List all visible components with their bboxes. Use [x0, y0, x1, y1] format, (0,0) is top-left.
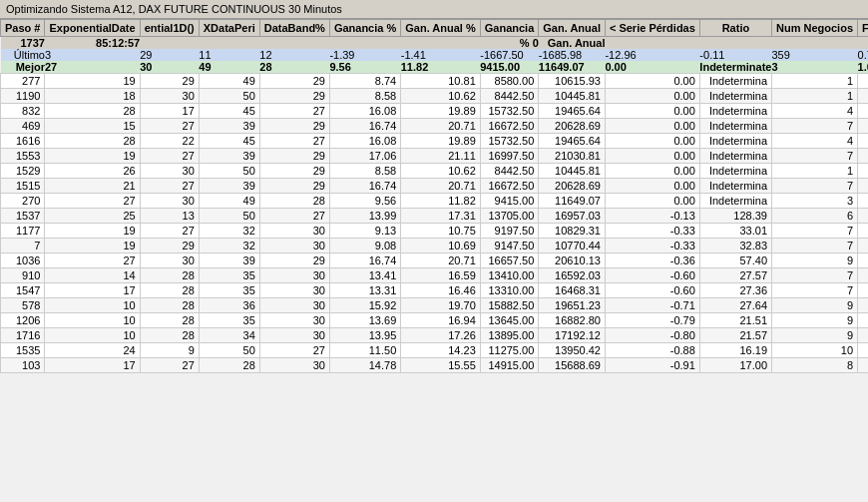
- cell-r12-c2: 30: [140, 253, 199, 268]
- subheader-ganancia: % 0: [480, 37, 539, 50]
- cell-r13-c3: 35: [199, 268, 259, 283]
- cell-r9-c5: 13.99: [329, 209, 400, 224]
- mejor-col5: 28: [259, 61, 329, 74]
- col-fiabilidad: Fiabilidad: [858, 20, 868, 37]
- cell-r8-c6: 11.82: [401, 194, 481, 209]
- cell-r1-c6: 10.62: [401, 89, 481, 104]
- cell-r5-c5: 17.06: [329, 149, 400, 164]
- cell-r17-c5: 13.95: [329, 328, 400, 343]
- cell-r1-c3: 50: [199, 89, 259, 104]
- table-row: 8322817452716.0819.8915732.5019465.640.0…: [1, 104, 869, 119]
- cell-r1-c12: 1.00: [858, 89, 868, 104]
- col-ganancia: Ganancia: [480, 20, 539, 37]
- col-databand: DataBand%: [259, 20, 329, 37]
- cell-r19-c10: 17.00: [699, 358, 771, 373]
- table-row: 1177192732309.1310.759197.5010829.31-0.3…: [1, 224, 869, 239]
- cell-r19-c0: 103: [1, 358, 45, 373]
- cell-r4-c8: 19465.64: [539, 134, 606, 149]
- cell-r6-c1: 26: [45, 164, 140, 179]
- cell-r11-c8: 10770.44: [539, 239, 606, 253]
- mejor-col7: 11.82: [401, 61, 481, 74]
- cell-r19-c3: 28: [199, 358, 259, 373]
- cell-r2-c7: 15732.50: [480, 104, 539, 119]
- cell-r1-c10: Indetermina: [699, 89, 771, 104]
- cell-r16-c9: -0.79: [605, 313, 699, 328]
- mejor-col8: 9415.00: [480, 61, 539, 74]
- cell-r12-c0: 1036: [1, 253, 45, 268]
- cell-r7-c11: 7: [772, 179, 858, 194]
- cell-r6-c11: 1: [772, 164, 858, 179]
- cell-r11-c11: 7: [772, 239, 858, 253]
- cell-r11-c4: 30: [259, 239, 329, 253]
- cell-r15-c7: 15882.50: [480, 298, 539, 313]
- cell-r8-c9: 0.00: [605, 194, 699, 209]
- col-ential1d: ential1D(): [140, 20, 199, 37]
- cell-r5-c2: 27: [140, 149, 199, 164]
- cell-r2-c4: 27: [259, 104, 329, 119]
- cell-r7-c10: Indetermina: [699, 179, 771, 194]
- ultimo-col13: 0.76: [858, 49, 868, 61]
- cell-r13-c8: 16592.03: [539, 268, 606, 283]
- cell-r2-c11: 4: [772, 104, 858, 119]
- ultimo-col2: 3: [45, 49, 140, 61]
- mejor-col4: 49: [199, 61, 259, 74]
- cell-r11-c3: 32: [199, 239, 259, 253]
- ultimo-col9: -1685.98: [539, 49, 606, 61]
- cell-r7-c0: 1515: [1, 179, 45, 194]
- cell-r5-c7: 16997.50: [480, 149, 539, 164]
- cell-r15-c12: 0.89: [858, 298, 868, 313]
- col-paso: Paso #: [1, 20, 45, 37]
- cell-r19-c7: 14915.00: [480, 358, 539, 373]
- cell-r4-c12: 1.00: [858, 134, 868, 149]
- table-container[interactable]: Paso # ExponentialDate ential1D() XDataP…: [0, 19, 868, 499]
- cell-r14-c4: 30: [259, 283, 329, 298]
- cell-r5-c9: 0.00: [605, 149, 699, 164]
- mejor-col10: 0.00: [605, 61, 699, 74]
- cell-r18-c10: 16.19: [699, 343, 771, 358]
- cell-r5-c10: Indetermina: [699, 149, 771, 164]
- cell-r13-c0: 910: [1, 268, 45, 283]
- cell-r9-c10: 128.39: [699, 209, 771, 224]
- cell-r3-c2: 27: [140, 119, 199, 134]
- cell-r3-c5: 16.74: [329, 119, 400, 134]
- cell-r0-c11: 1: [772, 74, 858, 89]
- cell-r1-c9: 0.00: [605, 89, 699, 104]
- cell-r13-c9: -0.60: [605, 268, 699, 283]
- cell-r1-c7: 8442.50: [480, 89, 539, 104]
- cell-r3-c3: 39: [199, 119, 259, 134]
- cell-r14-c0: 1547: [1, 283, 45, 298]
- cell-r11-c12: 0.71: [858, 239, 868, 253]
- cell-r6-c3: 50: [199, 164, 259, 179]
- col-num-negocios: Num Negocios: [772, 20, 858, 37]
- cell-r17-c7: 13895.00: [480, 328, 539, 343]
- ultimo-col6: -1.39: [329, 49, 400, 61]
- cell-r15-c2: 28: [140, 298, 199, 313]
- cell-r3-c9: 0.00: [605, 119, 699, 134]
- cell-r10-c5: 9.13: [329, 224, 400, 239]
- cell-r2-c8: 19465.64: [539, 104, 606, 119]
- cell-r2-c5: 16.08: [329, 104, 400, 119]
- table-row: 12061028353013.6916.9413645.0016882.80-0…: [1, 313, 869, 328]
- table-row: 270273049289.5611.829415.0011649.070.00I…: [1, 194, 869, 209]
- cell-r6-c7: 8442.50: [480, 164, 539, 179]
- cell-r9-c6: 17.31: [401, 209, 481, 224]
- cell-r18-c5: 11.50: [329, 343, 400, 358]
- cell-r5-c4: 29: [259, 149, 329, 164]
- cell-r13-c10: 27.57: [699, 268, 771, 283]
- cell-r1-c0: 1190: [1, 89, 45, 104]
- mejor-row: Mejor 27 30 49 28 9.56 11.82 9415.00 116…: [1, 61, 869, 74]
- cell-r16-c5: 13.69: [329, 313, 400, 328]
- table-row: 1190183050298.5810.628442.5010445.810.00…: [1, 89, 869, 104]
- cell-r16-c7: 13645.00: [480, 313, 539, 328]
- col-gan-anual: Gan. Anual: [539, 20, 606, 37]
- data-rows: 277192949298.7410.818580.0010615.930.00I…: [1, 74, 869, 373]
- cell-r19-c2: 27: [140, 358, 199, 373]
- cell-r2-c12: 1.00: [858, 104, 868, 119]
- cell-r5-c11: 7: [772, 149, 858, 164]
- cell-r13-c5: 13.41: [329, 268, 400, 283]
- cell-r8-c5: 9.56: [329, 194, 400, 209]
- cell-r13-c12: 0.86: [858, 268, 868, 283]
- cell-r3-c11: 7: [772, 119, 858, 134]
- cell-r18-c4: 27: [259, 343, 329, 358]
- table-row: 1031727283014.7815.5514915.0015688.69-0.…: [1, 358, 869, 373]
